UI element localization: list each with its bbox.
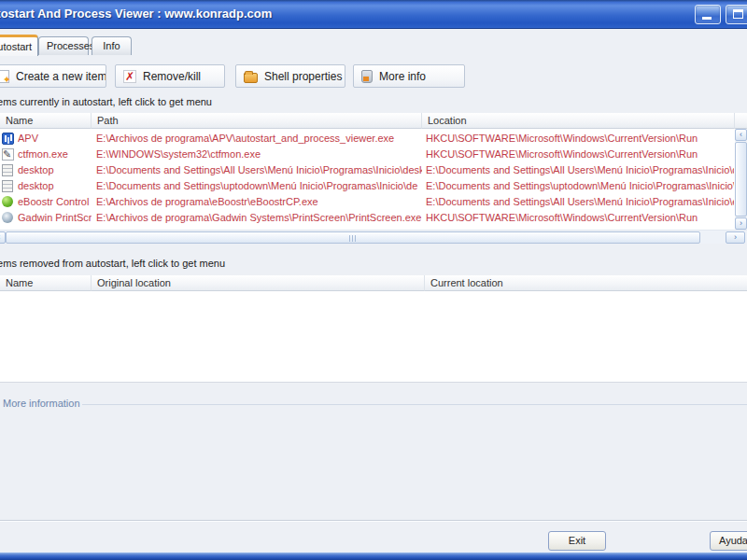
help-button[interactable]: Ayuda bbox=[710, 531, 747, 551]
remove-kill-button[interactable]: ✗ Remove/kill bbox=[115, 64, 225, 88]
column-header-name[interactable]: Name bbox=[0, 113, 92, 129]
row-name: desktop bbox=[18, 178, 92, 194]
removed-items-heading: Items removed from autostart, left click… bbox=[0, 258, 225, 269]
more-info-label: More info bbox=[379, 70, 426, 83]
table-row[interactable]: ctfmon.exe E:\WINDOWS\system32\ctfmon.ex… bbox=[0, 147, 735, 162]
more-info-button[interactable]: More info bbox=[353, 64, 465, 88]
folder-icon bbox=[244, 73, 258, 83]
row-path: E:\Archivos de programa\Gadwin Systems\P… bbox=[96, 210, 422, 226]
document-icon bbox=[2, 164, 13, 176]
tab-autostart[interactable]: Autostart bbox=[0, 35, 38, 56]
scroll-up-button[interactable]: ‹ bbox=[735, 129, 747, 141]
red-x-icon: ✗ bbox=[123, 70, 136, 83]
row-location: E:\Documents and Settings\uptodown\Menú … bbox=[426, 178, 734, 194]
row-location: E:\Documents and Settings\All Users\Menú… bbox=[426, 162, 734, 178]
autostart-list: Name Path Location APV E:\Archivos de pr… bbox=[0, 113, 747, 244]
column-header-filler bbox=[735, 113, 747, 129]
new-item-icon bbox=[0, 70, 9, 83]
column-header-current-location[interactable]: Current location bbox=[425, 275, 747, 291]
vertical-scroll-thumb[interactable] bbox=[735, 142, 747, 217]
info-archive-icon bbox=[361, 70, 373, 83]
row-name: eBoostr Control P bbox=[18, 194, 92, 210]
maximize-icon bbox=[733, 9, 743, 19]
window-title: Autostart And Process Viewer : www.konra… bbox=[0, 7, 272, 21]
tab-processes[interactable]: Processes bbox=[38, 36, 89, 55]
row-location: E:\Documents and Settings\All Users\Menú… bbox=[426, 194, 734, 210]
row-path: E:\Archivos de programa\APV\autostart_an… bbox=[96, 131, 422, 147]
table-row[interactable]: APV E:\Archivos de programa\APV\autostar… bbox=[0, 131, 735, 147]
vertical-scrollbar[interactable]: ‹ › bbox=[735, 129, 747, 230]
more-information-heading: More information bbox=[3, 398, 80, 409]
app-window-chart-icon bbox=[2, 133, 14, 145]
removed-list: Name Original location Current location bbox=[0, 275, 747, 383]
row-path: E:\WINDOWS\system32\ctfmon.exe bbox=[96, 147, 422, 162]
minimize-button[interactable] bbox=[695, 5, 721, 24]
current-items-heading: Items currently in autostart, left click… bbox=[0, 96, 212, 107]
horizontal-scroll-thumb[interactable] bbox=[6, 231, 700, 244]
document-icon bbox=[2, 180, 13, 192]
groupbox-divider bbox=[82, 404, 747, 405]
removed-list-header: Name Original location Current location bbox=[0, 275, 747, 291]
autostart-list-header: Name Path Location bbox=[0, 113, 747, 129]
title-bar[interactable]: Autostart And Process Viewer : www.konra… bbox=[0, 0, 747, 29]
row-path: E:\Documents and Settings\uptodown\Menú … bbox=[96, 178, 422, 194]
maximize-button[interactable] bbox=[726, 5, 747, 24]
row-name: desktop bbox=[18, 162, 92, 178]
create-new-item-label: Create a new item bbox=[16, 70, 106, 83]
shell-properties-button[interactable]: Shell properties bbox=[235, 64, 345, 88]
table-row[interactable]: eBoostr Control P E:\Archivos de program… bbox=[0, 194, 735, 210]
row-name: APV bbox=[18, 131, 92, 147]
minimize-icon bbox=[702, 17, 712, 20]
row-location: HKCU\SOFTWARE\Microsoft\Windows\CurrentV… bbox=[426, 147, 734, 162]
table-row[interactable]: desktop E:\Documents and Settings\All Us… bbox=[0, 162, 735, 178]
row-location: HKCU\SOFTWARE\Microsoft\Windows\CurrentV… bbox=[426, 210, 734, 226]
column-header-location[interactable]: Location bbox=[422, 113, 735, 129]
table-row[interactable]: desktop E:\Documents and Settings\uptodo… bbox=[0, 178, 735, 194]
create-new-item-button[interactable]: Create a new item bbox=[0, 64, 106, 88]
row-path: E:\Archivos de programa\eBoostr\eBoostrC… bbox=[96, 194, 422, 210]
remove-kill-label: Remove/kill bbox=[143, 70, 201, 83]
scroll-right-button[interactable]: › bbox=[726, 231, 745, 244]
shell-properties-label: Shell properties bbox=[264, 70, 342, 83]
row-name: Gadwin PrintScre bbox=[18, 210, 92, 226]
scroll-grip-icon bbox=[349, 235, 358, 242]
pen-pad-icon bbox=[2, 148, 14, 161]
table-row[interactable]: Gadwin PrintScre E:\Archivos de programa… bbox=[0, 210, 735, 226]
row-path: E:\Documents and Settings\All Users\Menú… bbox=[96, 162, 422, 178]
row-name: ctfmon.exe bbox=[18, 147, 92, 162]
column-header-path[interactable]: Path bbox=[92, 113, 422, 129]
scroll-down-button[interactable]: › bbox=[735, 217, 747, 230]
row-location: HKCU\SOFTWARE\Microsoft\Windows\CurrentV… bbox=[426, 131, 734, 147]
column-header-original-location[interactable]: Original location bbox=[92, 275, 425, 291]
tab-info[interactable]: Info bbox=[92, 36, 132, 55]
column-header-name[interactable]: Name bbox=[0, 275, 92, 291]
window-bottom-border bbox=[0, 552, 747, 560]
camera-icon bbox=[2, 212, 13, 223]
green-sphere-icon bbox=[2, 196, 13, 207]
exit-button[interactable]: Exit bbox=[548, 531, 606, 551]
tab-bar: Autostart Processes Info bbox=[0, 35, 747, 55]
footer-divider-highlight bbox=[0, 521, 747, 522]
horizontal-scrollbar[interactable]: ‹ › bbox=[0, 230, 747, 244]
